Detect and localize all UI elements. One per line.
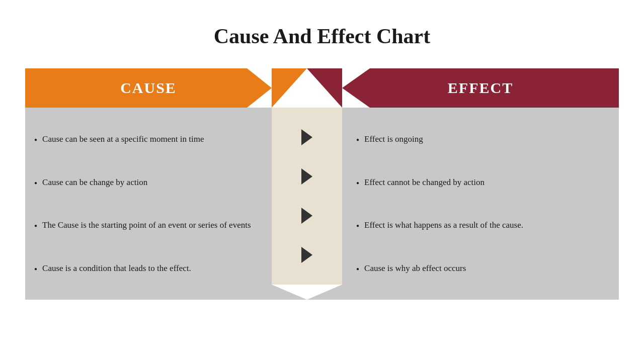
list-item: ● Cause is why ab effect occurs — [356, 262, 607, 275]
cause-panel: CAUSE ● Cause can be seen at a specific … — [25, 68, 272, 300]
arrow-icon — [301, 208, 312, 224]
page-title: Cause And Effect Chart — [0, 0, 644, 68]
arrow-icon — [301, 129, 312, 145]
bullet-icon: ● — [34, 222, 37, 229]
list-item: ● The Cause is the starting point of an … — [34, 219, 260, 232]
effect-body: ● Effect is ongoing ● Effect cannot be c… — [342, 108, 619, 300]
list-item: ● Effect is what happens as a result of … — [356, 219, 607, 232]
list-item: ● Cause is a condition that leads to the… — [34, 262, 260, 275]
cause-body: ● Cause can be seen at a specific moment… — [25, 108, 272, 300]
list-item: ● Cause can be change by action — [34, 176, 260, 189]
arrow-icon — [301, 247, 312, 263]
bullet-icon: ● — [356, 222, 359, 229]
list-item: ● Cause can be seen at a specific moment… — [34, 133, 260, 146]
connector-top-right — [307, 68, 342, 108]
effect-header: EFFECT — [342, 68, 619, 108]
connector-top — [272, 68, 342, 108]
connector-body — [272, 108, 342, 285]
bullet-icon: ● — [356, 179, 359, 187]
arrow-icon — [301, 168, 312, 185]
bullet-icon: ● — [34, 136, 37, 143]
connector — [272, 68, 342, 300]
connector-top-left — [272, 68, 307, 108]
connector-bottom — [272, 285, 342, 300]
effect-panel: EFFECT ● Effect is ongoing ● Effect cann… — [342, 68, 619, 300]
bullet-icon: ● — [356, 265, 359, 273]
bullet-icon: ● — [34, 265, 37, 273]
bullet-icon: ● — [34, 179, 37, 187]
chart-container: CAUSE ● Cause can be seen at a specific … — [25, 68, 619, 300]
connector-bottom-left — [272, 285, 307, 300]
cause-header: CAUSE — [25, 68, 272, 108]
list-item: ● Effect cannot be changed by action — [356, 176, 607, 189]
list-item: ● Effect is ongoing — [356, 133, 607, 146]
connector-bottom-right — [307, 285, 342, 300]
bullet-icon: ● — [356, 136, 359, 143]
